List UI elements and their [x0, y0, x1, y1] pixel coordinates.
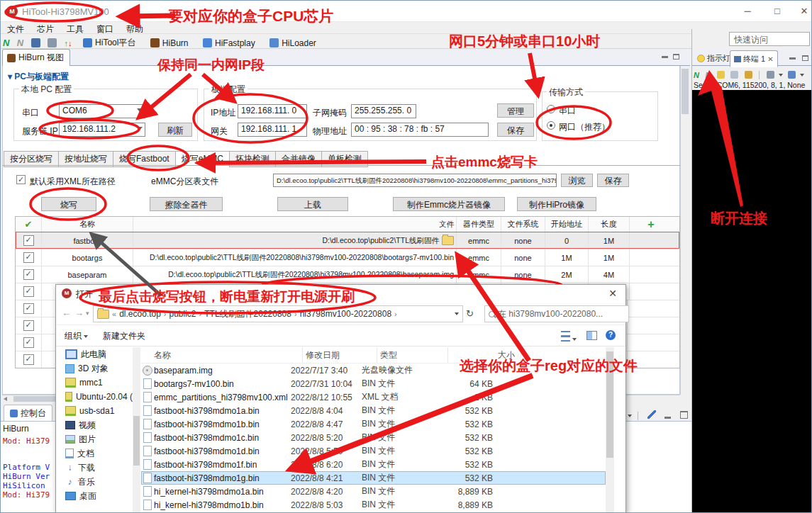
sidebar-item[interactable]: 此电脑 [57, 347, 133, 361]
make-emmc-image-button[interactable]: 制作Emmc烧片器镜像 [393, 197, 505, 211]
clear-console-icon[interactable] [647, 410, 656, 419]
sidebar-scroll-thumb[interactable] [133, 416, 140, 466]
close-button[interactable]: ✕ [794, 5, 812, 18]
check-all-icon[interactable]: ✔ [16, 217, 42, 232]
row-checkbox[interactable]: ✓ [16, 232, 42, 249]
new-folder-button[interactable]: 新建文件夹 [103, 330, 145, 342]
col-date[interactable]: 修改日期 [303, 347, 377, 363]
new-terminal-icon[interactable] [788, 71, 796, 79]
terminal-settings-icon[interactable] [717, 71, 725, 79]
col-type[interactable]: 类型 [377, 347, 448, 363]
toolbar-app-hifastplay[interactable]: HiFastplay [203, 38, 255, 48]
breadcrumb-item[interactable]: hi3798mv100-20220808 [300, 309, 391, 319]
make-hipro-image-button[interactable]: 制作HiPro镜像 [517, 197, 596, 211]
file-row[interactable]: hi_kernel-hi3798mdmo1a.bin 2022/8/8 4:20… [141, 485, 606, 498]
file-browse-icon[interactable] [442, 236, 454, 245]
file-row[interactable]: bootargs7-mv100.bin 2022/7/31 10:04 BIN … [141, 377, 606, 390]
file-row[interactable]: fastboot-hi3798mdmo1f.bin 2022/8/8 6:20 … [141, 458, 606, 471]
server-ip-select[interactable]: 192.168.111.2 [59, 123, 145, 137]
breadcrumb-item[interactable]: public2 [169, 309, 196, 319]
burn-icon[interactable] [31, 38, 40, 47]
partition-table-path-input[interactable]: D:\dl.ecoo.top\public2\TTL线刷固件20220808\h… [273, 174, 557, 187]
manage-button[interactable]: 管理 [497, 103, 534, 118]
console-maximize-icon[interactable] [680, 411, 688, 419]
disconnect-icon[interactable]: N [17, 38, 23, 48]
sidebar-item[interactable]: ♪ 音乐 [57, 475, 133, 489]
row-checkbox[interactable]: ✓ [16, 317, 42, 334]
terminal-connect-icon[interactable]: N [694, 71, 699, 79]
scroll-left-icon[interactable] [4, 397, 7, 401]
table-row[interactable]: ✓ bootargs D:\dl.ecoo.top\public2\TTL线刷固… [16, 249, 679, 266]
console-minimize-icon[interactable] [664, 417, 671, 419]
view-maximize-icon[interactable] [673, 54, 679, 60]
connect-icon[interactable]: N [3, 38, 9, 48]
row-checkbox[interactable]: ✓ [16, 249, 42, 266]
col-name[interactable]: 名称 [42, 217, 133, 232]
col-devtype[interactable]: 器件类型 [457, 217, 501, 232]
table-row[interactable]: ✓ baseparam D:\dl.ecoo.top\public2\TTL线刷… [16, 266, 679, 283]
tab-terminal-1[interactable]: 终端 1 ✕ [730, 50, 778, 67]
back-icon[interactable]: ← [62, 308, 71, 318]
gateway-input[interactable]: 192.168.111. 1 [238, 123, 307, 137]
terminal-screen[interactable] [692, 90, 812, 513]
maximize-button[interactable]: □ [767, 5, 788, 18]
add-row-button[interactable]: + [630, 217, 672, 232]
col-file[interactable]: 文件 [133, 217, 457, 232]
refresh-button[interactable]: 刷新 [158, 123, 192, 137]
col-start[interactable]: 开始地址 [545, 217, 589, 232]
browse-button[interactable]: 浏览 [561, 174, 593, 187]
row-checkbox[interactable]: ✓ [16, 266, 42, 283]
sidebar-item[interactable]: 图片 [57, 432, 133, 446]
panel-vscroll-thumb[interactable] [682, 69, 689, 114]
upload-button[interactable]: 上载 [277, 197, 348, 211]
preview-pane-icon[interactable] [586, 331, 597, 342]
scroll-lock-icon[interactable] [730, 71, 738, 79]
organize-menu[interactable]: 组织 [65, 330, 88, 342]
forward-icon[interactable]: → [74, 308, 84, 318]
row-checkbox[interactable]: ✓ [16, 300, 42, 317]
plug-icon[interactable] [767, 71, 774, 79]
view-minimize-icon[interactable] [662, 56, 668, 58]
xml-path-checkbox[interactable]: ✓ [16, 175, 26, 184]
serial-port-select[interactable]: COM6 [59, 104, 145, 118]
mac-input[interactable]: 00 : 95 : 38 : 78 : fb : 57 [351, 123, 489, 137]
row-checkbox[interactable]: ✓ [16, 351, 42, 368]
breadcrumb-item[interactable]: TTL线刷固件20220808 [204, 308, 291, 320]
tab-hiburn-view[interactable]: HiBurn 视图 [2, 49, 70, 66]
board-save-button[interactable]: 保存 [497, 123, 534, 137]
help-icon[interactable]: ? [606, 329, 616, 340]
sidebar-item[interactable]: 3D 对象 [57, 361, 133, 376]
toolbar-app-hiburn[interactable]: HiBurn [150, 38, 189, 48]
file-row[interactable]: fastboot-hi3798mdmo1g.bin 2022/8/8 4:21 … [141, 471, 606, 485]
xml-save-button[interactable]: 保存 [597, 174, 629, 187]
sidebar-item[interactable]: 桌面 [57, 489, 133, 503]
sidebar-item[interactable]: 文档 [57, 446, 133, 461]
terminal-minimize-icon[interactable] [789, 57, 796, 60]
board-ip-input[interactable]: 192.168.111. 0 [238, 104, 307, 118]
subnet-mask-input[interactable]: 255.255.255. 0 [351, 104, 416, 118]
dialog-close-icon[interactable]: ✕ [608, 288, 617, 299]
sidebar-item[interactable]: 视频 [57, 418, 133, 432]
console-menu-icon[interactable] [628, 415, 632, 417]
file-row[interactable]: fastboot-hi3798mdmo1d.bin 2022/8/8 5:50 … [141, 444, 606, 458]
col-fs[interactable]: 文件系统 [501, 217, 545, 232]
file-row[interactable]: hi_kernel-hi3798mdmo1b.bin 2022/8/8 5:03… [141, 498, 606, 512]
view-mode-icon[interactable] [561, 331, 577, 344]
sidebar-item[interactable]: ↓ 下载 [57, 461, 133, 475]
config-icon[interactable] [48, 38, 57, 47]
row-checkbox[interactable]: ✓ [16, 334, 42, 351]
minimize-button[interactable]: ─ [737, 5, 758, 18]
file-row[interactable]: fastboot-hi3798mdmo1b.bin 2022/8/8 4:47 … [141, 417, 606, 431]
file-row[interactable]: fastboot-hi3798mdmo1a.bin 2022/8/8 4:04 … [141, 404, 606, 417]
file-row[interactable]: emmc_partitions_hi3798mv100.xml 2022/8/1… [141, 390, 606, 404]
breadcrumb[interactable]: « dl.ecoo.top›public2›TTL线刷固件20220808›hi… [93, 305, 463, 322]
sidebar-item[interactable]: usb-sda1 [57, 404, 133, 418]
breadcrumb-item[interactable]: dl.ecoo.top [119, 309, 161, 319]
terminal-disconnect-icon[interactable]: N [705, 71, 711, 79]
toolbar-app-hitool[interactable]: HiTool平台 [83, 37, 135, 49]
breadcrumb-dropdown-icon[interactable] [455, 312, 459, 315]
toolbar-app-hiloader[interactable]: HiLoader [269, 38, 316, 48]
history-chevron-icon[interactable]: ▾ [86, 310, 89, 317]
col-filename[interactable]: 名称 [141, 347, 303, 363]
sidebar-item[interactable]: mmc1 [57, 376, 133, 390]
